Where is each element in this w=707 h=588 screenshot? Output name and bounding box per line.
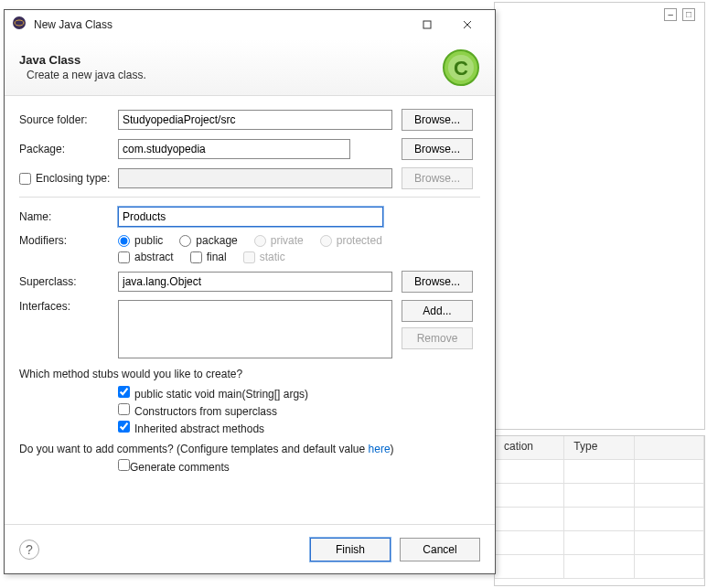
package-input[interactable] xyxy=(118,139,350,159)
finish-button[interactable]: Finish xyxy=(310,538,391,561)
stub-inherited[interactable]: Inherited abstract methods xyxy=(118,421,480,435)
modifier-static: static xyxy=(243,251,285,263)
comments-question: Do you want to add comments? (Configure … xyxy=(19,443,394,455)
configure-templates-link[interactable]: here xyxy=(369,443,391,455)
name-input[interactable] xyxy=(118,207,383,227)
bg-col-type[interactable]: Type xyxy=(564,436,634,459)
eclipse-icon xyxy=(12,16,27,34)
browse-source-button[interactable]: Browse... xyxy=(402,109,473,131)
modifiers-label: Modifiers: xyxy=(19,234,118,247)
maximize-button[interactable] xyxy=(407,12,447,37)
separator xyxy=(19,197,480,198)
source-folder-input[interactable] xyxy=(118,110,392,130)
remove-interface-button: Remove xyxy=(402,327,473,349)
background-panel: ‒ □ xyxy=(494,2,705,430)
browse-enclosing-button: Browse... xyxy=(402,167,473,189)
enclosing-type-input xyxy=(118,168,392,188)
java-class-icon: C xyxy=(442,48,480,87)
background-table: cation Type xyxy=(494,435,705,586)
enclosing-type-checkbox[interactable] xyxy=(19,173,31,185)
add-interface-button[interactable]: Add... xyxy=(402,300,473,322)
modifier-protected: protected xyxy=(320,234,382,247)
bg-minimize-icon[interactable]: ‒ xyxy=(664,8,677,21)
method-stubs-question: Which method stubs would you like to cre… xyxy=(19,368,480,380)
banner-title: Java Class xyxy=(19,53,442,67)
new-java-class-dialog: New Java Class Java Class Create a new j… xyxy=(4,9,496,574)
browse-package-button[interactable]: Browse... xyxy=(402,138,473,160)
bg-maximize-icon[interactable]: □ xyxy=(682,8,695,21)
window-title: New Java Class xyxy=(34,18,407,31)
stub-main[interactable]: public static void main(String[] args) xyxy=(118,386,480,401)
modifier-abstract[interactable]: abstract xyxy=(118,251,174,263)
help-icon[interactable]: ? xyxy=(19,540,39,560)
package-label: Package: xyxy=(19,143,118,155)
modifier-package[interactable]: package xyxy=(179,234,237,247)
bg-col-location[interactable]: cation xyxy=(495,436,564,459)
svg-text:C: C xyxy=(454,57,468,80)
footer: ? Finish Cancel xyxy=(5,524,495,573)
titlebar[interactable]: New Java Class xyxy=(5,10,495,39)
modifier-final[interactable]: final xyxy=(190,251,227,263)
interfaces-label: Interfaces: xyxy=(19,300,118,313)
superclass-input[interactable] xyxy=(118,272,392,292)
cancel-button[interactable]: Cancel xyxy=(400,538,480,561)
name-label: Name: xyxy=(19,210,118,223)
enclosing-type-checkbox-label[interactable]: Enclosing type: xyxy=(19,172,118,185)
bg-col-blank xyxy=(635,436,704,459)
browse-superclass-button[interactable]: Browse... xyxy=(402,271,473,293)
generate-comments[interactable]: Generate comments xyxy=(118,459,480,474)
source-folder-label: Source folder: xyxy=(19,113,118,126)
banner: Java Class Create a new java class. C xyxy=(5,39,495,96)
interfaces-list[interactable] xyxy=(118,300,392,358)
modifier-private: private xyxy=(254,234,304,247)
svg-rect-2 xyxy=(423,21,431,28)
close-button[interactable] xyxy=(447,12,487,37)
stub-constructors[interactable]: Constructors from superclass xyxy=(118,403,480,418)
banner-subtitle: Create a new java class. xyxy=(27,69,442,81)
modifier-public[interactable]: public xyxy=(118,234,163,247)
superclass-label: Superclass: xyxy=(19,275,118,288)
